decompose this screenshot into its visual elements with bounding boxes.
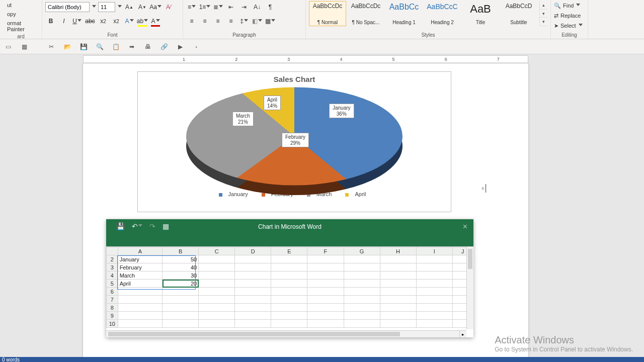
- row-header[interactable]: 6: [107, 288, 118, 296]
- styles-scroll[interactable]: ▴ ▾ ▾: [539, 1, 547, 26]
- select-button[interactable]: ➤ Select: [554, 21, 585, 30]
- cell[interactable]: 30: [163, 272, 199, 280]
- row-header[interactable]: 3: [107, 263, 118, 272]
- cell[interactable]: [235, 288, 271, 296]
- cell[interactable]: [235, 296, 271, 304]
- cell[interactable]: [307, 280, 344, 288]
- cell[interactable]: [307, 263, 344, 272]
- cell[interactable]: [344, 304, 380, 312]
- borders-button[interactable]: ▦: [265, 16, 276, 27]
- cell[interactable]: [271, 312, 307, 320]
- cell[interactable]: [344, 272, 380, 280]
- cell[interactable]: [344, 263, 380, 272]
- col-header-C[interactable]: C: [199, 247, 235, 255]
- cell[interactable]: [416, 312, 452, 320]
- link-icon[interactable]: 🔗: [159, 42, 169, 52]
- horizontal-scrollbar[interactable]: ▸: [106, 330, 466, 337]
- underline-button[interactable]: U: [71, 16, 83, 27]
- cell[interactable]: [380, 312, 416, 320]
- bold-button[interactable]: B: [45, 16, 56, 27]
- cut-button[interactable]: ut: [5, 2, 37, 9]
- cell[interactable]: [271, 304, 307, 312]
- row-header[interactable]: 4: [107, 272, 118, 280]
- cell[interactable]: [235, 255, 271, 263]
- cell[interactable]: [163, 304, 199, 312]
- cell[interactable]: [199, 304, 235, 312]
- row-header[interactable]: 9: [107, 312, 118, 320]
- vertical-scrollbar[interactable]: [466, 247, 473, 329]
- cell[interactable]: [199, 263, 235, 272]
- cell[interactable]: [271, 255, 307, 263]
- layout-icon[interactable]: ▦: [19, 42, 29, 52]
- copy-button[interactable]: opy: [5, 11, 37, 18]
- select-all-corner[interactable]: [107, 247, 118, 255]
- cell[interactable]: [416, 288, 452, 296]
- cell[interactable]: [307, 304, 344, 312]
- cell[interactable]: [344, 296, 380, 304]
- cut-icon[interactable]: ✂: [46, 42, 56, 52]
- export-icon[interactable]: ➡: [127, 42, 137, 52]
- save-icon[interactable]: 💾: [78, 42, 89, 52]
- print-preview-icon[interactable]: 🔍: [95, 42, 105, 52]
- style-heading-1[interactable]: AaBbCcHeading 1: [385, 1, 423, 26]
- highlight-button[interactable]: ab: [137, 16, 148, 27]
- cell[interactable]: [307, 296, 344, 304]
- cell[interactable]: [235, 320, 271, 328]
- cell[interactable]: [199, 320, 235, 328]
- cell[interactable]: [380, 272, 416, 280]
- grow-font-button[interactable]: A▲: [124, 2, 135, 13]
- style--normal[interactable]: AaBbCcDc¶ Normal: [309, 1, 346, 26]
- row-header[interactable]: 8: [107, 304, 118, 312]
- cell[interactable]: [199, 280, 235, 288]
- style-subtitle[interactable]: AaBbCcDSubtitle: [500, 1, 537, 26]
- cell[interactable]: [163, 296, 199, 304]
- cell[interactable]: [380, 263, 416, 272]
- chart-data-window[interactable]: 💾 ↶ ↷ ▦ Chart in Microsoft Word × ABCDEF…: [106, 219, 473, 337]
- col-header-B[interactable]: B: [163, 247, 199, 255]
- cell[interactable]: [235, 312, 271, 320]
- close-icon[interactable]: ×: [463, 222, 467, 231]
- cell[interactable]: April: [118, 280, 163, 288]
- macro-icon[interactable]: ▶: [175, 42, 185, 52]
- cell[interactable]: [271, 296, 307, 304]
- col-header-H[interactable]: H: [380, 247, 416, 255]
- cell[interactable]: [199, 296, 235, 304]
- font-size-combo[interactable]: [98, 2, 115, 12]
- cell[interactable]: [416, 255, 452, 263]
- align-right-button[interactable]: ≡: [212, 16, 223, 27]
- cell[interactable]: [344, 255, 380, 263]
- replace-button[interactable]: ⇄ Replace: [554, 11, 585, 20]
- text-effects-button[interactable]: A: [124, 16, 135, 27]
- row-header[interactable]: 5: [107, 280, 118, 288]
- justify-button[interactable]: ≡: [225, 16, 236, 27]
- cell[interactable]: [307, 312, 344, 320]
- style--no-spac-[interactable]: AaBbCcDc¶ No Spac...: [347, 1, 384, 26]
- cell[interactable]: [416, 304, 452, 312]
- cell[interactable]: [271, 320, 307, 328]
- cell[interactable]: [235, 263, 271, 272]
- cell[interactable]: [163, 312, 199, 320]
- cell[interactable]: January: [118, 255, 163, 263]
- font-name-combo[interactable]: [45, 2, 90, 12]
- col-header-E[interactable]: E: [271, 247, 307, 255]
- align-left-button[interactable]: ≡: [186, 16, 197, 27]
- cell[interactable]: [163, 320, 199, 328]
- decrease-indent-button[interactable]: ⇤: [225, 2, 236, 13]
- numbering-button[interactable]: 1≡: [199, 2, 210, 13]
- row-header[interactable]: 2: [107, 255, 118, 263]
- cell[interactable]: [271, 263, 307, 272]
- cell[interactable]: [118, 288, 163, 296]
- word-count[interactable]: 0 words: [2, 357, 20, 362]
- scroll-right-icon[interactable]: ▸: [459, 331, 466, 337]
- align-center-button[interactable]: ≡: [199, 16, 210, 27]
- cell[interactable]: [380, 288, 416, 296]
- cell[interactable]: [118, 320, 163, 328]
- cell[interactable]: [118, 312, 163, 320]
- cell[interactable]: [380, 320, 416, 328]
- cell[interactable]: [235, 280, 271, 288]
- cell[interactable]: [416, 263, 452, 272]
- shrink-font-button[interactable]: A▼: [137, 2, 148, 13]
- cell[interactable]: 20: [163, 280, 199, 288]
- cell[interactable]: [163, 288, 199, 296]
- cell[interactable]: [416, 296, 452, 304]
